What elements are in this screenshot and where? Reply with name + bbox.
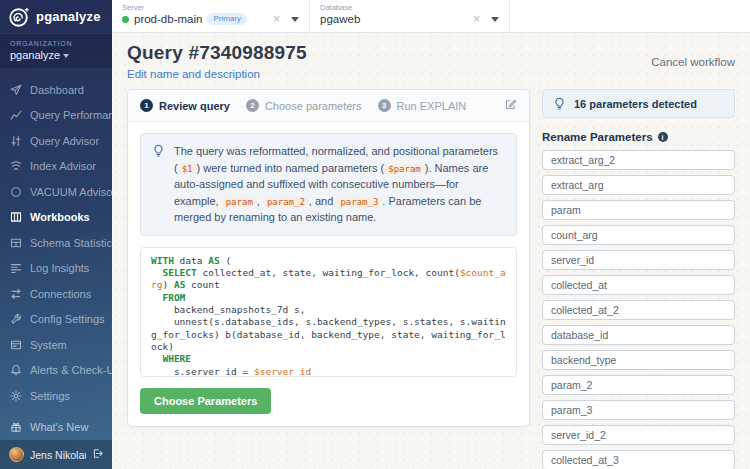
gift-icon bbox=[10, 421, 22, 433]
sidebar-item-system[interactable]: System bbox=[0, 332, 112, 358]
sidebar-item-label: Query Advisor bbox=[30, 135, 99, 147]
rename-parameter-input-backend_type[interactable] bbox=[542, 350, 735, 370]
parameter-chip: $param bbox=[384, 164, 425, 174]
sql-query-block[interactable]: WITH data AS ( SELECT collected_at, stat… bbox=[140, 247, 517, 378]
logout-button[interactable] bbox=[92, 448, 103, 461]
sidebar-item-label: Settings bbox=[30, 390, 70, 402]
server-selector[interactable]: Server prod-db-main Primary × bbox=[112, 0, 310, 32]
lightbulb-icon bbox=[553, 97, 566, 110]
edit-name-link[interactable]: Edit name and description bbox=[127, 68, 260, 80]
sidebar-item-label: Log Insights bbox=[30, 262, 89, 274]
vacuum-advisor-icon bbox=[10, 186, 22, 198]
server-label: Server bbox=[122, 3, 299, 12]
rename-parameter-input-collected_at[interactable] bbox=[542, 275, 735, 295]
index-advisor-icon bbox=[10, 160, 22, 172]
sidebar-item-alerts-check-up[interactable]: Alerts & Check-Up bbox=[0, 358, 112, 384]
gear-icon bbox=[10, 390, 22, 402]
parameter-chip: param_3 bbox=[336, 197, 382, 207]
sidebar-item-vacuum-advisor[interactable]: VACUUM Advisor bbox=[0, 179, 112, 205]
parameter-chip: param_2 bbox=[263, 197, 309, 207]
cancel-workflow-link[interactable]: Cancel workflow bbox=[651, 56, 735, 68]
app-window: pganalyze Organization pganalyze Dashboa… bbox=[0, 0, 750, 469]
step-run-explain[interactable]: 3Run EXPLAIN bbox=[378, 99, 467, 112]
rename-parameter-input-extract_arg_2[interactable] bbox=[542, 150, 735, 170]
rename-parameter-input-param_2[interactable] bbox=[542, 375, 735, 395]
workflow-steps: 1Review query2Choose parameters3Run EXPL… bbox=[128, 90, 529, 122]
chevron-down-icon bbox=[63, 54, 69, 58]
parameter-chip: param bbox=[222, 197, 257, 207]
step-review-query[interactable]: 1Review query bbox=[140, 99, 230, 112]
database-selector[interactable]: Database pgaweb × bbox=[310, 0, 510, 32]
connections-icon bbox=[10, 288, 22, 300]
sidebar-item-label: Connections bbox=[30, 288, 91, 300]
step-label: Choose parameters bbox=[265, 100, 362, 112]
sidebar-item-label: Alerts & Check-Up bbox=[30, 364, 120, 376]
rename-parameter-input-collected_at_2[interactable] bbox=[542, 300, 735, 320]
log-insights-icon bbox=[10, 262, 22, 274]
step-label: Review query bbox=[159, 100, 230, 112]
main-column: Server prod-db-main Primary × Database p… bbox=[112, 0, 750, 469]
clear-database-icon[interactable]: × bbox=[471, 13, 482, 25]
sidebar-item-label: Index Advisor bbox=[30, 160, 96, 172]
database-dropdown-icon[interactable] bbox=[491, 17, 499, 22]
rename-parameter-input-collected_at_3[interactable] bbox=[542, 450, 735, 469]
database-value: pgaweb bbox=[320, 13, 360, 25]
organization-switcher[interactable]: Organization pganalyze bbox=[0, 33, 112, 68]
rename-parameters-heading: Rename Parameters bbox=[542, 131, 653, 143]
choose-parameters-button[interactable]: Choose Parameters bbox=[140, 388, 271, 414]
page-title: Query #7340988975 bbox=[127, 42, 307, 64]
sidebar-item-dashboard[interactable]: Dashboard bbox=[0, 77, 112, 103]
sidebar-item-label: System bbox=[30, 339, 67, 351]
config-settings-icon bbox=[10, 313, 22, 325]
step-number-badge: 3 bbox=[378, 99, 391, 112]
notice-text: The query was reformatted, normalized, a… bbox=[174, 143, 505, 226]
server-value: prod-db-main bbox=[134, 13, 202, 25]
step-number-badge: 1 bbox=[140, 99, 153, 112]
rename-parameter-input-param_3[interactable] bbox=[542, 400, 735, 420]
info-icon[interactable]: i bbox=[658, 132, 668, 142]
primary-badge: Primary bbox=[207, 13, 247, 25]
sidebar-item-query-performance[interactable]: Query Performance bbox=[0, 103, 112, 129]
sidebar-item-query-advisor[interactable]: Query Advisor bbox=[0, 128, 112, 154]
sidebar-item-index-advisor[interactable]: Index Advisor bbox=[0, 154, 112, 180]
sidebar-nav: DashboardQuery PerformanceQuery AdvisorI… bbox=[0, 68, 112, 409]
reformat-notice: The query was reformatted, normalized, a… bbox=[140, 133, 517, 236]
logout-icon bbox=[92, 448, 103, 459]
organization-label: Organization bbox=[10, 40, 102, 47]
parameter-chip: $1 bbox=[178, 164, 197, 174]
sidebar-item-connections[interactable]: Connections bbox=[0, 281, 112, 307]
edit-pencil-icon bbox=[504, 98, 517, 111]
rename-parameter-input-database_id[interactable] bbox=[542, 325, 735, 345]
rename-parameter-input-extract_arg[interactable] bbox=[542, 175, 735, 195]
query-performance-icon bbox=[10, 109, 22, 121]
rename-parameter-input-param[interactable] bbox=[542, 200, 735, 220]
step-number-badge: 2 bbox=[246, 99, 259, 112]
system-icon bbox=[10, 339, 22, 351]
sidebar-item-config-settings[interactable]: Config Settings bbox=[0, 307, 112, 333]
sidebar-item-whats-new[interactable]: What's New bbox=[0, 414, 112, 440]
review-query-card: 1Review query2Choose parameters3Run EXPL… bbox=[127, 89, 530, 427]
step-choose-parameters[interactable]: 2Choose parameters bbox=[246, 99, 362, 112]
step-label: Run EXPLAIN bbox=[397, 100, 467, 112]
sidebar-item-settings[interactable]: Settings bbox=[0, 383, 112, 409]
rename-parameter-input-server_id_2[interactable] bbox=[542, 425, 735, 445]
rename-parameter-input-server_id[interactable] bbox=[542, 250, 735, 270]
sidebar-item-label: Config Settings bbox=[30, 313, 105, 325]
server-status-icon bbox=[122, 16, 129, 23]
sidebar-item-log-insights[interactable]: Log Insights bbox=[0, 256, 112, 282]
sidebar-item-schema-statistics[interactable]: Schema Statistics bbox=[0, 230, 112, 256]
brand[interactable]: pganalyze bbox=[0, 0, 112, 33]
pganalyze-logo-icon bbox=[8, 6, 30, 28]
rename-parameter-input-count_arg[interactable] bbox=[542, 225, 735, 245]
sidebar-item-label: Schema Statistics bbox=[30, 237, 117, 249]
edit-query-button[interactable] bbox=[504, 98, 517, 113]
server-dropdown-icon[interactable] bbox=[291, 17, 299, 22]
sidebar-item-workbooks[interactable]: Workbooks bbox=[0, 205, 112, 231]
workbooks-icon bbox=[10, 211, 22, 223]
organization-name[interactable]: pganalyze bbox=[10, 49, 102, 61]
sidebar-item-label: Dashboard bbox=[30, 84, 84, 96]
content-area: Query #7340988975 Edit name and descript… bbox=[112, 33, 750, 469]
clear-server-icon[interactable]: × bbox=[271, 13, 282, 25]
sidebar-item-label: VACUUM Advisor bbox=[30, 186, 116, 198]
user-menu[interactable]: Jens Nikolaus bbox=[0, 440, 112, 469]
